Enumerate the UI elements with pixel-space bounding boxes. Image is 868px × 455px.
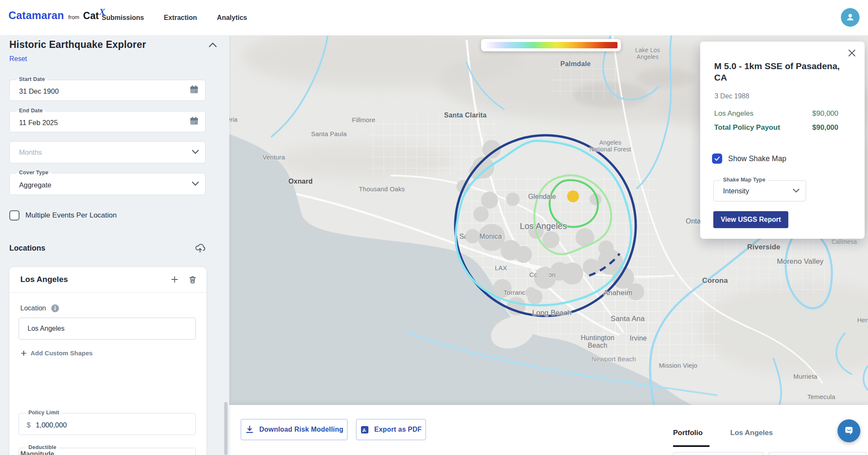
deductible-label: Deductible bbox=[26, 444, 59, 450]
chevron-down-icon bbox=[192, 181, 199, 186]
chevron-down-icon bbox=[793, 188, 800, 193]
locations-heading: Locations bbox=[9, 244, 45, 253]
add-location-icon[interactable] bbox=[170, 275, 179, 284]
bottom-action-bar: Download Risk Modelling Export as PDF Po… bbox=[229, 405, 868, 455]
download-risk-modelling-label: Download Risk Modelling bbox=[259, 426, 343, 433]
cover-type-select[interactable]: Cover Type Aggregate bbox=[9, 173, 206, 195]
map-density-blob bbox=[465, 229, 480, 243]
download-icon bbox=[245, 425, 254, 434]
shake-map-type-value: Intensity bbox=[723, 187, 749, 195]
summary-box bbox=[768, 452, 867, 455]
event-title: M 5.0 - 1km SSE of Pasadena, CA bbox=[714, 60, 850, 84]
export-pdf-label: Export as PDF bbox=[374, 426, 422, 433]
location-card-title: Los Angeles bbox=[20, 275, 68, 284]
app-root: PalmdaleLake Los AngelesSanta ClaritaFil… bbox=[0, 0, 868, 455]
epicenter-marker[interactable] bbox=[567, 190, 579, 202]
download-risk-modelling-button[interactable]: Download Risk Modelling bbox=[241, 419, 348, 440]
top-nav-bar: Catamaran from Cat X Submissions Extract… bbox=[0, 0, 868, 36]
chat-fab-button[interactable] bbox=[837, 419, 860, 442]
add-custom-shapes-label: Add Custom Shapes bbox=[31, 349, 93, 357]
intensity-gradient bbox=[484, 42, 618, 48]
nav-submissions[interactable]: Submissions bbox=[102, 14, 144, 22]
view-usgs-report-button[interactable]: View USGS Report bbox=[713, 211, 788, 228]
total-payout-label: Total Policy Payout bbox=[714, 123, 780, 132]
months-placeholder: Months bbox=[19, 148, 42, 156]
shake-map-type-label: Shake Map Type bbox=[721, 177, 768, 183]
calendar-icon[interactable] bbox=[189, 84, 199, 95]
currency-symbol: $ bbox=[27, 421, 31, 429]
policy-limit-field[interactable]: Policy Limit $ 1,000,000 bbox=[19, 413, 196, 435]
pdf-icon bbox=[360, 425, 369, 434]
total-payout-amount: $90,000 bbox=[812, 123, 838, 132]
event-date: 3 Dec 1988 bbox=[715, 92, 749, 100]
nav-extraction[interactable]: Extraction bbox=[164, 14, 197, 22]
person-icon bbox=[845, 12, 856, 23]
brand-cat: Cat bbox=[83, 10, 99, 22]
brand-name: Catamaran bbox=[8, 9, 64, 22]
start-date-label: Start Date bbox=[17, 76, 47, 82]
map-density-blob bbox=[537, 268, 549, 281]
start-date-field[interactable]: Start Date 31 Dec 1900 bbox=[9, 80, 206, 101]
end-date-field[interactable]: End Date 11 Feb 2025 bbox=[9, 111, 206, 132]
policy-limit-value: 1,000,000 bbox=[36, 421, 67, 429]
brand-logo[interactable]: Catamaran from Cat X bbox=[8, 9, 105, 22]
show-shake-map-label: Show Shake Map bbox=[728, 154, 786, 163]
magnitude-label: Magnitude bbox=[20, 450, 54, 455]
location-input[interactable] bbox=[19, 318, 196, 340]
upload-locations-icon[interactable] bbox=[195, 243, 206, 253]
summary-box bbox=[673, 452, 764, 455]
intensity-legend bbox=[481, 39, 621, 51]
main-nav: Submissions Extraction Analytics bbox=[102, 0, 247, 36]
tab-los-angeles[interactable]: Los Angeles bbox=[730, 429, 773, 437]
sidebar-scrollbar[interactable] bbox=[224, 402, 228, 455]
info-icon[interactable] bbox=[50, 304, 60, 313]
nav-analytics[interactable]: Analytics bbox=[217, 14, 247, 22]
brand-from: from bbox=[68, 14, 79, 20]
start-date-value: 31 Dec 1900 bbox=[19, 87, 59, 95]
policy-limit-label: Policy Limit bbox=[26, 410, 62, 416]
payout-row: Los Angeles $90,000 bbox=[714, 109, 838, 118]
months-select[interactable]: Months bbox=[9, 141, 206, 163]
user-avatar[interactable] bbox=[841, 8, 860, 27]
check-icon bbox=[714, 155, 721, 162]
chat-bubble-icon bbox=[843, 424, 855, 437]
show-shake-map-checkbox[interactable] bbox=[712, 154, 722, 164]
export-pdf-button[interactable]: Export as PDF bbox=[356, 419, 426, 440]
location-field-label: Location bbox=[20, 304, 46, 312]
add-custom-shapes-button[interactable]: Add Custom Shapes bbox=[20, 349, 93, 357]
panel-title: Historic Earthquake Explorer bbox=[9, 39, 146, 50]
shake-map-type-select[interactable]: Shake Map Type Intensity bbox=[713, 180, 806, 201]
cover-type-label: Cover Type bbox=[17, 170, 51, 176]
event-detail-popup: M 5.0 - 1km SSE of Pasadena, CA 3 Dec 19… bbox=[700, 42, 865, 239]
payout-location[interactable]: Los Angeles bbox=[714, 109, 754, 118]
end-date-value: 11 Feb 2025 bbox=[19, 119, 58, 127]
collapse-panel-icon[interactable] bbox=[209, 42, 217, 47]
chevron-down-icon bbox=[192, 149, 199, 154]
active-tab-indicator bbox=[673, 445, 709, 447]
calendar-icon[interactable] bbox=[189, 116, 199, 126]
end-date-label: End Date bbox=[17, 108, 45, 114]
multiple-events-checkbox[interactable] bbox=[9, 210, 19, 221]
location-card: Los Angeles Location bbox=[9, 267, 206, 455]
reset-link[interactable]: Reset bbox=[9, 55, 27, 63]
divider bbox=[9, 292, 206, 293]
cover-type-value: Aggregate bbox=[19, 181, 51, 189]
tab-portfolio[interactable]: Portfolio bbox=[673, 429, 703, 437]
multiple-events-label: Multiple Events Per Location bbox=[25, 211, 117, 220]
delete-location-icon[interactable] bbox=[188, 275, 197, 284]
filters-panel: Historic Earthquake Explorer Reset Start… bbox=[0, 36, 229, 455]
close-icon[interactable] bbox=[847, 48, 857, 58]
map-density-blob bbox=[526, 287, 537, 298]
plus-icon bbox=[20, 350, 27, 357]
total-payout-row: Total Policy Payout $90,000 bbox=[714, 123, 838, 132]
payout-amount: $90,000 bbox=[812, 109, 838, 118]
